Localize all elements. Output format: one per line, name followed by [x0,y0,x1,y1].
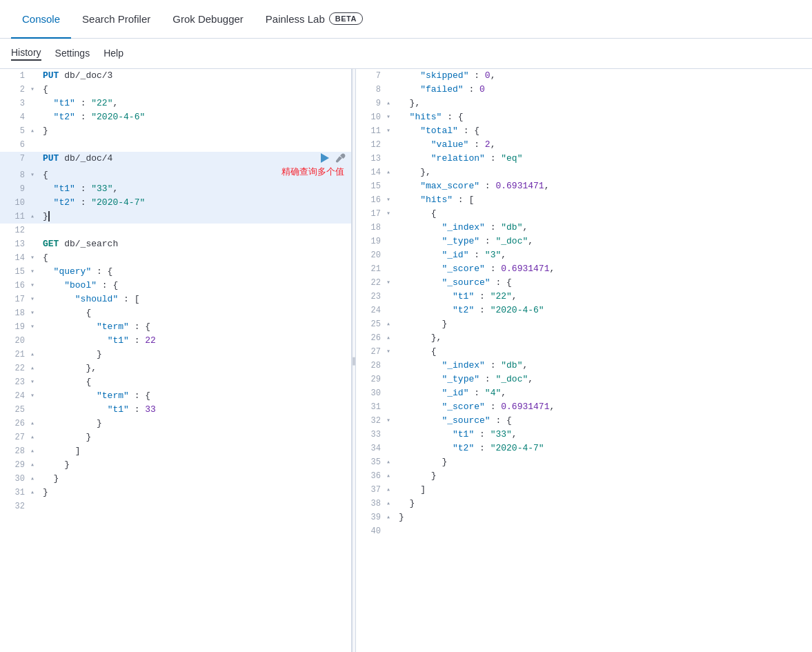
right-line-15: 15 "max_score" : 0.6931471, [356,179,812,193]
line-content-5: } [40,124,351,138]
right-content-29: "_type" : "_doc", [396,373,812,386]
right-fold-btn-39[interactable]: ▴ [386,511,396,524]
left-line-10: 10 "t2" : "2020-4-7" [0,196,351,210]
line-content-26: } [40,417,351,431]
fold-btn-18[interactable]: ▾ [30,306,40,320]
right-fold-btn-14[interactable]: ▴ [386,166,396,179]
right-content-18: "_index" : "db", [396,221,812,235]
fold-btn-15[interactable]: ▾ [30,265,40,279]
fold-btn-2[interactable]: ▾ [30,83,40,97]
left-line-5: 5▴} [0,124,351,138]
line-content-4: "t2" : "2020-4-6" [40,110,351,124]
sub-nav: History Settings Help [0,39,812,69]
right-line-number-13: 13 [356,152,386,166]
right-fold-btn-11[interactable]: ▾ [386,124,396,138]
right-panel[interactable]: 7 "skipped" : 0,8 "failed" : 09▴ },10▾ "… [356,69,812,652]
right-fold-btn-32[interactable]: ▾ [386,414,396,428]
right-fold-btn-35[interactable]: ▴ [386,455,396,469]
left-line-32: 32 [0,500,351,513]
right-line-22: 22▾ "_source" : { [356,276,812,290]
right-fold-btn-26[interactable]: ▴ [386,331,396,345]
left-line-14: 14▾{ [0,251,351,265]
right-line-40: 40 [356,524,812,538]
fold-btn-27[interactable]: ▴ [30,431,40,444]
line-number-24: 24 [0,389,30,403]
right-fold-btn-38[interactable]: ▴ [386,497,396,511]
right-fold-btn-22[interactable]: ▾ [386,276,396,290]
play-button[interactable] [318,152,330,168]
right-line-26: 26▴ }, [356,331,812,345]
fold-btn-11[interactable]: ▴ [30,210,40,224]
left-line-17: 17▾ "should" : [ [0,293,351,306]
right-fold-btn-16[interactable]: ▾ [386,193,396,207]
line-number-32: 32 [0,500,30,513]
right-fold-btn-36[interactable]: ▴ [386,469,396,483]
right-line-30: 30 "_id" : "4", [356,386,812,400]
right-fold-btn-25[interactable]: ▴ [386,317,396,331]
right-line-number-21: 21 [356,262,386,276]
top-nav: Console Search Profiler Grok Debugger Pa… [0,0,812,39]
fold-btn-26[interactable]: ▴ [30,417,40,431]
subnav-history[interactable]: History [11,47,41,61]
right-line-number-23: 23 [356,290,386,304]
right-line-number-10: 10 [356,110,386,124]
right-line-number-15: 15 [356,179,386,193]
right-line-number-30: 30 [356,386,386,400]
right-line-number-35: 35 [356,455,386,469]
right-line-29: 29 "_type" : "_doc", [356,373,812,386]
left-line-26: 26▴ } [0,417,351,431]
nav-painless-lab[interactable]: Painless Lab BETA [255,0,374,39]
fold-btn-24[interactable]: ▾ [30,389,40,403]
right-fold-btn-10[interactable]: ▾ [386,110,396,124]
method-keyword: GET [43,239,59,249]
fold-btn-14[interactable]: ▾ [30,251,40,265]
right-content-15: "max_score" : 0.6931471, [396,179,812,193]
right-line-number-20: 20 [356,248,386,262]
right-line-28: 28 "_index" : "db", [356,359,812,373]
fold-btn-21[interactable]: ▴ [30,348,40,362]
left-line-28: 28▴ ] [0,444,351,458]
fold-btn-23[interactable]: ▾ [30,375,40,389]
right-fold-btn-17[interactable]: ▾ [386,207,396,221]
left-line-21: 21▴ } [0,348,351,362]
fold-btn-22[interactable]: ▴ [30,362,40,375]
nav-search-profiler[interactable]: Search Profiler [71,0,161,39]
right-line-number-11: 11 [356,124,386,138]
right-fold-btn-27[interactable]: ▾ [386,345,396,359]
line-number-5: 5 [0,124,30,138]
right-line-number-18: 18 [356,221,386,235]
line-number-29: 29 [0,458,30,472]
right-content-24: "t2" : "2020-4-6" [396,304,812,317]
left-line-31: 31▴} [0,486,351,500]
line-number-18: 18 [0,306,30,320]
left-panel[interactable]: 1PUT db/_doc/32▾{3 "t1" : "22",4 "t2" : … [0,69,352,652]
left-line-1: 1PUT db/_doc/3 [0,69,351,83]
wrench-button[interactable] [335,152,347,168]
fold-btn-5[interactable]: ▴ [30,124,40,138]
subnav-settings[interactable]: Settings [55,48,90,60]
right-content-32: "_source" : { [396,414,812,428]
line-content-27: } [40,431,351,444]
nav-console[interactable]: Console [11,0,71,39]
fold-btn-30[interactable]: ▴ [30,472,40,486]
line-content-1: PUT db/_doc/3 [40,69,351,83]
line-content-16: "bool" : { [40,279,351,293]
nav-grok-debugger[interactable]: Grok Debugger [161,0,255,39]
right-fold-btn-9[interactable]: ▴ [386,97,396,110]
fold-btn-19[interactable]: ▾ [30,320,40,334]
right-line-18: 18 "_index" : "db", [356,221,812,235]
line-number-3: 3 [0,97,30,110]
fold-btn-28[interactable]: ▴ [30,444,40,458]
fold-btn-31[interactable]: ▴ [30,486,40,500]
fold-btn-17[interactable]: ▾ [30,293,40,306]
line-number-10: 10 [0,196,30,210]
line-content-30: } [40,472,351,486]
editor-area: 1PUT db/_doc/32▾{3 "t1" : "22",4 "t2" : … [0,69,812,652]
fold-btn-8[interactable]: ▾ [30,168,40,182]
fold-btn-29[interactable]: ▴ [30,458,40,472]
right-fold-btn-37[interactable]: ▴ [386,483,396,497]
subnav-help[interactable]: Help [103,48,123,60]
fold-btn-16[interactable]: ▾ [30,279,40,293]
right-content-34: "t2" : "2020-4-7" [396,442,812,455]
line-number-27: 27 [0,431,30,444]
